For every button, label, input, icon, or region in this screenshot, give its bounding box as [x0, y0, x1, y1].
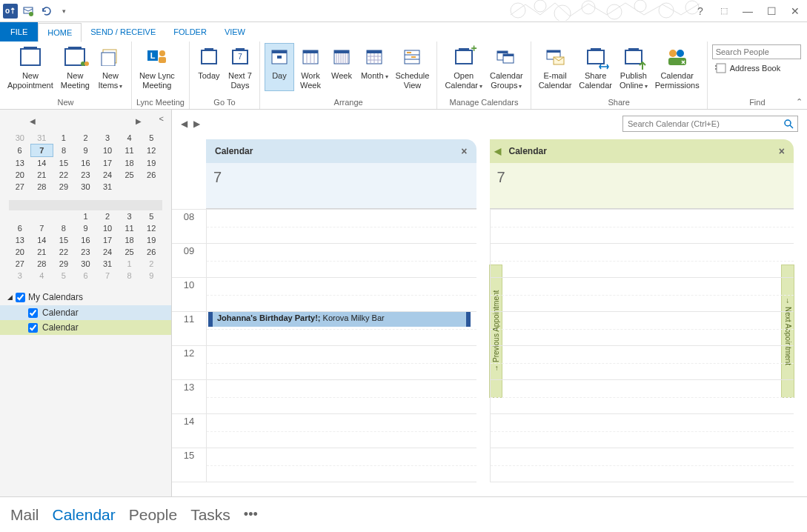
day-view-button[interactable]: Day	[265, 43, 294, 91]
next-7-days-button[interactable]: 7 Next 7 Days	[225, 43, 255, 90]
svg-point-54	[677, 50, 684, 57]
my-calendars-group[interactable]: ◢ My Calendars	[0, 289, 171, 305]
month-view-button[interactable]: Month▾	[358, 43, 391, 90]
share-calendar-button[interactable]: Share Calendar	[576, 43, 615, 90]
share-calendar-icon	[584, 45, 608, 69]
calendar-groups-icon	[494, 45, 518, 69]
svg-rect-19	[272, 50, 287, 53]
expand-icon: ◢	[7, 293, 13, 301]
today-button[interactable]: Today	[194, 43, 224, 90]
close-pane-2-icon[interactable]: ×	[779, 145, 785, 157]
nav-tasks[interactable]: Tasks	[190, 506, 230, 524]
work-week-icon	[299, 45, 322, 69]
svg-rect-49	[503, 54, 514, 56]
ribbon-group-find: Address Book Find ⌃	[708, 41, 807, 109]
schedule-view-button[interactable]: Schedule View	[393, 43, 433, 90]
svg-rect-17	[159, 57, 166, 63]
tab-send-receive[interactable]: SEND / RECEIVE	[82, 22, 165, 41]
next-day-icon[interactable]: ▶	[193, 119, 200, 129]
qat-customize-icon[interactable]: ▾	[56, 4, 71, 19]
ribbon-group-lync: L New Lync Meeting Lync Meeting	[132, 41, 190, 109]
navigation-bar: Mail Calendar People Tasks •••	[0, 496, 807, 532]
qat-send-receive-icon[interactable]	[21, 4, 36, 19]
calendar-7-icon: 7	[228, 45, 252, 69]
my-calendars-checkbox[interactable]	[16, 293, 25, 302]
minimize-nav-icon[interactable]: <	[159, 114, 164, 123]
tab-home[interactable]: HOME	[38, 23, 82, 42]
collapse-ribbon-icon[interactable]: ⌃	[796, 97, 803, 107]
search-calendar-box[interactable]	[622, 116, 798, 132]
ribbon-group-goto: Today 7 Next 7 Days Go To	[190, 41, 260, 109]
prev-month-icon[interactable]: ◀	[30, 117, 36, 125]
new-meeting-button[interactable]: New Meeting	[58, 43, 93, 90]
all-day-area-2[interactable]: 7	[490, 163, 794, 209]
svg-point-5	[582, 1, 595, 14]
nav-mail[interactable]: Mail	[10, 506, 39, 524]
calendar-groups-button[interactable]: Calendar Groups▾	[487, 43, 526, 91]
all-day-area-1[interactable]: 7	[206, 163, 476, 209]
svg-rect-58	[715, 68, 717, 70]
pane-2-header[interactable]: ◀ Calendar ×	[490, 139, 794, 163]
close-button[interactable]: ✕	[786, 4, 804, 19]
calendar-page-icon	[19, 45, 42, 69]
calendar-content: ◀ ▶ Calendar ×	[172, 110, 807, 496]
mini-calendar-1[interactable]: 3031123456789101112131415161718192021222…	[9, 132, 162, 193]
ribbon-display-options-icon[interactable]: ⬚	[715, 4, 733, 19]
next-month-icon[interactable]: ▶	[136, 117, 142, 125]
new-lync-meeting-button[interactable]: L New Lync Meeting	[136, 43, 178, 90]
calendar-permissions-button[interactable]: Calendar Permissions	[652, 43, 703, 90]
publish-online-button[interactable]: Publish Online▾	[617, 43, 651, 91]
work-week-button[interactable]: Work Week	[296, 43, 325, 90]
nav-people[interactable]: People	[129, 506, 177, 524]
nav-calendar[interactable]: Calendar	[53, 506, 116, 524]
qat-undo-icon[interactable]	[39, 4, 53, 19]
time-grid-1[interactable]: 08091011Johanna's Birthday Party!; Korov…	[172, 209, 476, 496]
nav-more-icon[interactable]: •••	[244, 507, 258, 522]
title-bar: o⇡ ▾ ? ⬚ — ☐ ✕	[0, 0, 807, 22]
email-calendar-button[interactable]: E-mail Calendar	[536, 43, 575, 90]
new-items-button[interactable]: New Items▾	[94, 43, 127, 91]
week-view-button[interactable]: Week	[327, 43, 356, 90]
open-calendar-icon: +	[452, 45, 476, 69]
tab-file[interactable]: FILE	[0, 22, 38, 41]
tab-folder[interactable]: FOLDER	[165, 22, 216, 41]
appointment-item[interactable]: Johanna's Birthday Party!; Korova Milky …	[208, 312, 471, 327]
address-book-button[interactable]: Address Book	[712, 61, 783, 75]
tab-view[interactable]: VIEW	[216, 22, 254, 41]
svg-rect-51	[547, 50, 560, 53]
close-pane-1-icon[interactable]: ×	[461, 145, 467, 157]
date-navigator-header: ◀ ▶	[0, 114, 171, 127]
search-people-input[interactable]	[712, 44, 801, 59]
group-label-share: Share	[536, 96, 703, 109]
mini-calendar-2[interactable]: 1235678910111213141516171819202122232425…	[9, 200, 162, 282]
day-view-icon	[268, 45, 291, 69]
svg-point-8	[659, 3, 674, 18]
calendar-1-checkbox[interactable]	[28, 308, 38, 318]
group-label-find: Find	[712, 96, 803, 109]
minimize-button[interactable]: —	[739, 4, 757, 19]
calendar-item-2[interactable]: Calendar	[0, 320, 171, 335]
lync-icon: L	[145, 45, 169, 69]
new-items-icon	[99, 45, 122, 69]
help-icon[interactable]: ?	[691, 4, 709, 19]
svg-rect-22	[303, 50, 318, 53]
open-calendar-button[interactable]: + Open Calendar▾	[442, 43, 485, 91]
calendar-permissions-icon	[665, 45, 689, 69]
svg-rect-56	[717, 64, 725, 73]
svg-rect-48	[497, 51, 508, 53]
email-calendar-icon	[543, 45, 567, 69]
month-view-icon	[362, 45, 386, 69]
new-appointment-button[interactable]: New Appointment	[4, 43, 56, 90]
maximize-button[interactable]: ☐	[763, 4, 780, 19]
calendar-2-checkbox[interactable]	[28, 323, 38, 333]
prev-day-icon[interactable]: ◀	[181, 119, 187, 129]
pane-1-header[interactable]: Calendar ×	[206, 139, 476, 163]
time-grid-2[interactable]: 0809101112131415	[490, 209, 794, 496]
svg-rect-13	[102, 53, 115, 66]
search-calendar-input[interactable]	[623, 117, 780, 130]
group-label-arrange: Arrange	[265, 96, 432, 109]
date-nav-arrows: ◀ ▶	[181, 119, 200, 129]
search-icon[interactable]	[780, 119, 797, 129]
overlay-arrow-icon[interactable]: ◀	[494, 146, 501, 156]
calendar-item-1[interactable]: Calendar	[0, 305, 171, 320]
